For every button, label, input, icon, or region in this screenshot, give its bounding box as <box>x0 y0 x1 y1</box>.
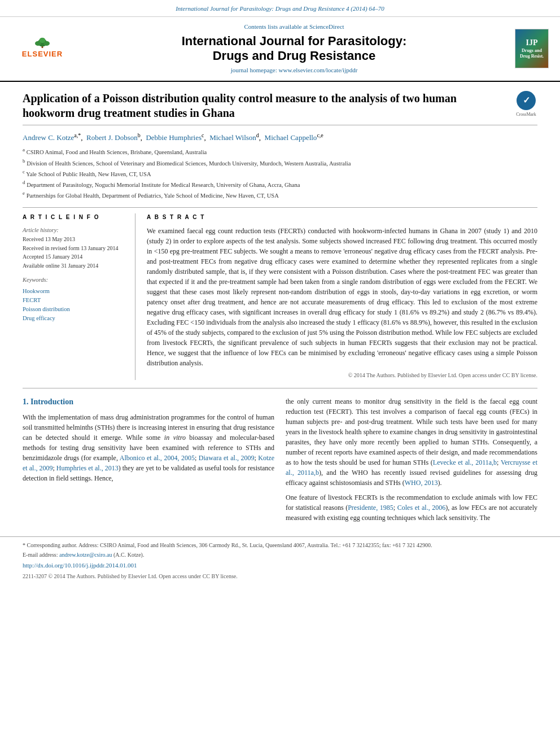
abstract-column: A B S T R A C T We examined faecal egg c… <box>147 213 537 380</box>
journal-name: International Journal for Parasitology: … <box>80 34 508 64</box>
footnote-corresponding: * Corresponding author. Address: CSIRO A… <box>23 541 537 550</box>
article-title: Application of a Poisson distribution qu… <box>23 91 515 120</box>
journal-header: ELSEVIER Contents lists available at Sci… <box>0 17 560 82</box>
footer-copyright: 2211-3207 © 2014 The Authors. Published … <box>23 573 537 581</box>
body-section: 1. Introduction With the implementation … <box>23 396 537 527</box>
abstract-heading: A B S T R A C T <box>147 213 537 222</box>
top-bar: International Journal for Parasitology: … <box>0 0 560 17</box>
history-received: Received 13 May 2013 <box>23 235 126 244</box>
intro-paragraph-2: the only current means to monitor drug s… <box>286 396 537 488</box>
crossmark-badge: ✓ CrossMark <box>515 91 537 118</box>
affil-b: b Division of Health Sciences, School of… <box>23 158 537 168</box>
history-label: Article history: <box>23 226 126 234</box>
keyword-poisson: Poisson distribution <box>23 305 126 313</box>
keyword-hookworm: Hookworm <box>23 287 126 295</box>
author-robert-dobson: Robert J. Dobson <box>86 133 138 142</box>
authors-line: Andrew C. Kotzea,*, Robert J. Dobsonb, D… <box>23 131 537 143</box>
main-content: Application of a Poisson distribution qu… <box>0 82 560 536</box>
footnote-email-address[interactable]: andrew.kotze@csiro.au <box>59 552 112 558</box>
affil-e: e Partnerships for Global Health, Depart… <box>23 190 537 200</box>
svg-point-4 <box>40 38 46 43</box>
affil-c: c Yale School of Public Health, New Have… <box>23 168 537 178</box>
ref-levecke[interactable]: Levecke et al., 2011a,b <box>433 458 497 466</box>
introduction-body-right: the only current means to monitor drug s… <box>286 396 537 523</box>
journal-title-area: Contents lists available at ScienceDirec… <box>80 23 508 75</box>
footer: * Corresponding author. Address: CSIRO A… <box>0 536 560 585</box>
article-info-column: A R T I C L E I N F O Article history: R… <box>23 213 135 380</box>
affil-d: d Department of Parasitology, Noguchi Me… <box>23 179 537 189</box>
elsevier-logo: ELSEVIER <box>14 37 71 60</box>
introduction-title: 1. Introduction <box>23 396 274 408</box>
doi-line[interactable]: http://dx.doi.org/10.1016/j.ijpddr.2014.… <box>23 561 537 570</box>
ref-who[interactable]: WHO, 2013 <box>405 479 438 487</box>
contents-line: Contents lists available at ScienceDirec… <box>80 23 508 32</box>
journal-reference: International Journal for Parasitology: … <box>176 5 384 12</box>
body-col-right: the only current means to monitor drug s… <box>286 396 537 527</box>
ref-humphries[interactable]: Humphries et al., 2013 <box>56 464 119 472</box>
ref-coles[interactable]: Coles et al., 2006 <box>397 504 446 512</box>
keyword-drug-efficacy: Drug efficacy <box>23 314 126 322</box>
author-debbie-humphries: Debbie Humphries <box>146 133 202 142</box>
ref-vercruysse[interactable]: Vercruysse et al., 2011a,b <box>286 458 537 477</box>
keywords-label: Keywords: <box>23 276 126 284</box>
intro-paragraph-3: One feature of livestock FECRTs is the r… <box>286 492 537 523</box>
ref-diawara[interactable]: Diawara et al., 2009 <box>199 454 255 462</box>
keyword-fecrt: FECRT <box>23 296 126 304</box>
author-andrew-kotze: Andrew C. Kotze <box>23 133 74 142</box>
abstract-text: We examined faecal egg count reduction t… <box>147 226 537 368</box>
ref-presidente[interactable]: Presidente, 1985 <box>348 504 393 512</box>
journal-homepage: journal homepage: www.elsevier.com/locat… <box>80 66 508 75</box>
crossmark-icon: ✓ <box>517 91 536 110</box>
logo-area: ELSEVIER <box>11 37 73 60</box>
article-info-heading: A R T I C L E I N F O <box>23 213 126 222</box>
elsevier-tree-icon <box>28 37 56 48</box>
elsevier-text: ELSEVIER <box>22 49 63 60</box>
history-table: Received 13 May 2013 Received in revised… <box>23 235 126 270</box>
affil-a: a CSIRO Animal, Food and Health Sciences… <box>23 146 537 156</box>
history-accepted: Accepted 15 January 2014 <box>23 253 126 261</box>
introduction-body-left: With the implementation of mass drug adm… <box>23 412 274 483</box>
body-col-left: 1. Introduction With the implementation … <box>23 396 274 527</box>
footnote-email: E-mail address: andrew.kotze@csiro.au (A… <box>23 551 537 560</box>
history-revised: Received in revised form 13 January 2014 <box>23 244 126 253</box>
article-info-abstract-section: A R T I C L E I N F O Article history: R… <box>23 207 537 380</box>
journal-thumbnail: IJP Drugs and Drug Resist. <box>515 29 549 68</box>
author-michael-wilson: Michael Wilson <box>209 133 256 142</box>
ref-albonico[interactable]: Albonico et al., 2004, 2005 <box>120 454 195 462</box>
abstract-copyright: © 2014 The Authors. Published by Elsevie… <box>147 372 537 380</box>
intro-paragraph-1: With the implementation of mass drug adm… <box>23 412 274 483</box>
affiliations: a CSIRO Animal, Food and Health Sciences… <box>23 146 537 200</box>
article-title-section: Application of a Poisson distribution qu… <box>23 91 537 125</box>
history-available-online: Available online 31 January 2014 <box>23 262 126 270</box>
section-divider <box>23 388 537 388</box>
author-michael-cappello: Michael Cappello <box>265 133 317 142</box>
keywords-section: Keywords: Hookworm FECRT Poisson distrib… <box>23 276 126 322</box>
